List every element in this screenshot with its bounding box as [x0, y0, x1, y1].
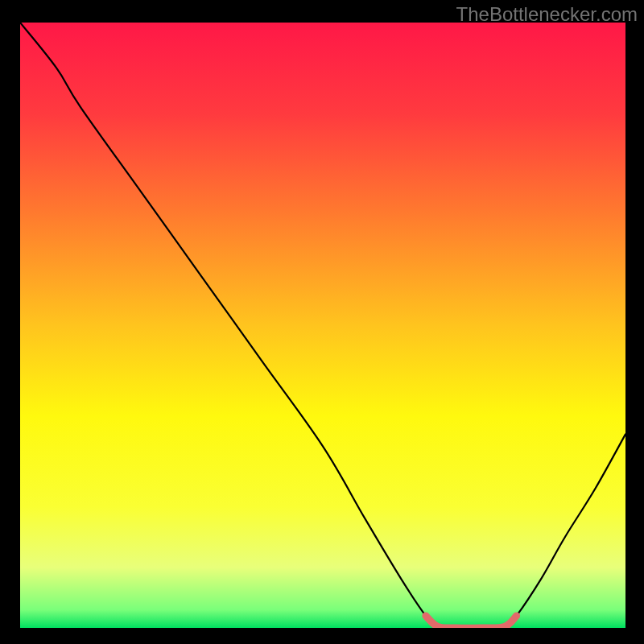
chart-container: TheBottlenecker.com [0, 0, 644, 644]
gradient-background [20, 23, 625, 628]
attribution-text: TheBottlenecker.com [456, 3, 638, 26]
plot-area [20, 23, 625, 628]
chart-svg [20, 23, 625, 628]
